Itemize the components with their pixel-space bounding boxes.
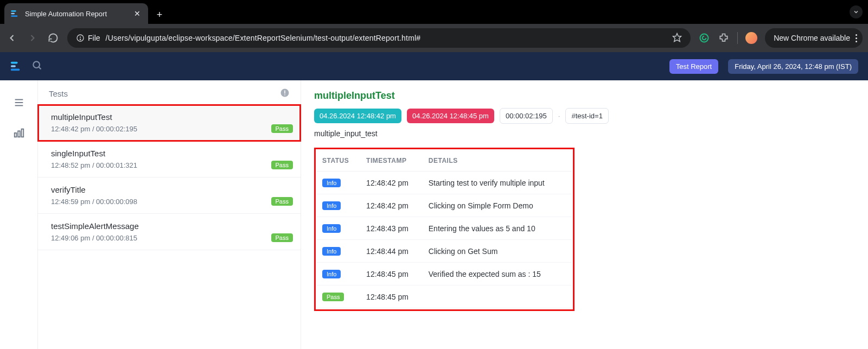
svg-marker-6 — [673, 33, 681, 41]
svg-rect-18 — [21, 129, 23, 137]
log-timestamp: 12:48:44 pm — [361, 240, 423, 263]
test-report-pill[interactable]: Test Report — [669, 59, 718, 74]
new-chrome-available-button[interactable]: New Chrome available — [765, 28, 863, 48]
log-status-badge: Info — [322, 224, 341, 233]
reload-button[interactable] — [47, 31, 60, 45]
file-scheme-label: File — [88, 34, 100, 42]
test-item[interactable]: multipleInputTest12:48:42 pm / 00:00:02:… — [38, 105, 301, 141]
svg-rect-1 — [11, 13, 15, 15]
log-details — [423, 285, 572, 308]
app-header: Test Report Friday, April 26, 2024, 12:4… — [0, 52, 868, 80]
browser-tab-active[interactable]: Simple Automation Report ✕ — [4, 3, 148, 24]
url-text: /Users/vipulgupta/eclipse-workspace/Exte… — [106, 34, 421, 42]
test-item-meta: 12:49:06 pm / 00:00:00:815 — [51, 234, 292, 242]
svg-rect-9 — [11, 65, 16, 67]
svg-rect-20 — [284, 91, 285, 94]
new-chrome-label: New Chrome available — [774, 34, 850, 42]
log-details: Entering the values as 5 and 10 — [423, 217, 572, 240]
log-timestamp: 12:48:43 pm — [361, 217, 423, 240]
tab-favicon-icon — [10, 9, 20, 18]
status-badge: Pass — [271, 124, 293, 133]
forward-button[interactable] — [26, 31, 39, 45]
file-scheme-badge: File — [76, 34, 100, 42]
datetime-pill: Friday, April 26, 2024, 12:48 pm (IST) — [728, 59, 858, 74]
test-item[interactable]: verifyTitle12:48:59 pm / 00:00:00:098Pas… — [38, 177, 301, 214]
test-item[interactable]: singleInputTest12:48:52 pm / 00:00:01:32… — [38, 141, 301, 177]
test-item-meta: 12:48:52 pm / 00:00:01:321 — [51, 161, 292, 169]
detail-chips: 04.26.2024 12:48:42 pm 04.26.2024 12:48:… — [314, 108, 855, 124]
grammarly-icon[interactable] — [698, 32, 710, 44]
test-item-name: verifyTitle — [51, 185, 292, 194]
chevron-down-icon — [850, 5, 863, 18]
log-timestamp: 12:48:45 pm — [361, 263, 423, 285]
bookmark-star-icon[interactable] — [672, 33, 682, 44]
detail-title: multipleInputTest — [314, 90, 855, 101]
log-details: Verified the expected sum as : 15 — [423, 263, 572, 285]
tests-pane: Tests multipleInputTest12:48:42 pm / 00:… — [38, 80, 301, 349]
log-row: Info12:48:44 pmClicking on Get Sum — [317, 240, 572, 263]
detail-pane: multipleInputTest 04.26.2024 12:48:42 pm… — [301, 80, 868, 349]
status-badge: Pass — [271, 233, 293, 242]
svg-rect-10 — [11, 69, 20, 71]
start-time-chip: 04.26.2024 12:48:42 pm — [314, 109, 401, 123]
log-row: Pass12:48:45 pm — [317, 285, 572, 308]
log-timestamp: 12:48:42 pm — [361, 194, 423, 217]
dashboard-icon[interactable] — [13, 127, 25, 141]
list-view-icon[interactable] — [13, 97, 25, 111]
log-status-badge: Info — [322, 201, 341, 210]
tab-title: Simple Automation Report — [25, 10, 107, 18]
toolbar-right-icons: New Chrome available — [698, 28, 863, 48]
test-list: multipleInputTest12:48:42 pm / 00:00:02:… — [38, 105, 301, 250]
test-item-name: singleInputTest — [51, 149, 292, 158]
end-time-chip: 04.26.2024 12:48:45 pm — [407, 109, 494, 123]
log-status-badge: Pass — [322, 293, 344, 301]
test-item-name: multipleInputTest — [51, 112, 292, 122]
log-table: STATUS TIMESTAMP DETAILS Info12:48:42 pm… — [317, 150, 572, 308]
main-area: Tests multipleInputTest12:48:42 pm / 00:… — [0, 80, 868, 349]
svg-line-12 — [39, 67, 41, 69]
log-row: Info12:48:42 pmStarting test to verify m… — [317, 172, 572, 194]
log-panel-highlighted: STATUS TIMESTAMP DETAILS Info12:48:42 pm… — [314, 148, 575, 311]
log-row: Info12:48:43 pmEntering the values as 5 … — [317, 217, 572, 240]
log-row: Info12:48:42 pmClicking on Simple Form D… — [317, 194, 572, 217]
tests-heading: Tests — [49, 89, 68, 98]
svg-rect-21 — [284, 94, 285, 96]
log-status-badge: Info — [322, 270, 341, 278]
search-icon[interactable] — [31, 60, 42, 73]
log-timestamp: 12:48:45 pm — [361, 285, 423, 308]
test-item-name: testSimpleAlertMessage — [51, 221, 292, 231]
col-status: STATUS — [317, 150, 361, 172]
detail-subtitle: multiple_input_test — [314, 129, 855, 138]
back-button[interactable] — [5, 31, 18, 45]
log-status-badge: Info — [322, 179, 341, 187]
address-bar[interactable]: File /Users/vipulgupta/eclipse-workspace… — [67, 28, 691, 48]
kebab-menu-icon — [856, 34, 857, 42]
profile-avatar-icon[interactable] — [745, 32, 757, 44]
test-item[interactable]: testSimpleAlertMessage12:49:06 pm / 00:0… — [38, 214, 301, 250]
svg-rect-2 — [11, 15, 17, 17]
test-item-meta: 12:48:59 pm / 00:00:00:098 — [51, 198, 292, 206]
svg-point-7 — [700, 34, 709, 42]
status-badge: Pass — [271, 197, 293, 206]
tag-chip: #test-id=1 — [565, 108, 608, 124]
tab-close-icon[interactable]: ✕ — [134, 9, 141, 18]
duration-chip: 00:00:02:195 — [500, 108, 553, 124]
svg-rect-16 — [14, 133, 16, 137]
svg-point-11 — [33, 61, 40, 68]
tab-overflow[interactable] — [850, 0, 863, 24]
svg-rect-0 — [11, 10, 16, 12]
svg-rect-8 — [11, 62, 18, 64]
new-tab-button[interactable]: + — [151, 5, 168, 24]
log-row: Info12:48:45 pmVerified the expected sum… — [317, 263, 572, 285]
alert-icon[interactable] — [280, 88, 290, 99]
toolbar-divider — [737, 32, 738, 44]
side-rail — [0, 80, 38, 349]
svg-point-5 — [80, 39, 80, 40]
app-logo-icon — [10, 60, 22, 72]
svg-rect-17 — [18, 131, 20, 137]
extensions-icon[interactable] — [718, 32, 730, 44]
col-timestamp: TIMESTAMP — [361, 150, 423, 172]
log-timestamp: 12:48:42 pm — [361, 172, 423, 194]
log-details: Clicking on Simple Form Demo — [423, 194, 572, 217]
browser-tab-strip: Simple Automation Report ✕ + — [0, 0, 868, 24]
